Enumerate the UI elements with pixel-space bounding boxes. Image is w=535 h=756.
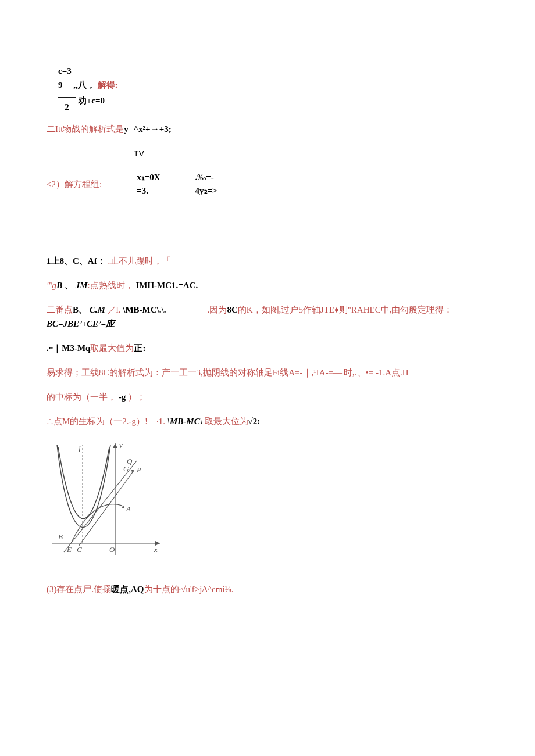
sol1b: =3. (137, 184, 160, 198)
frac-num: —— (58, 92, 76, 102)
figure-svg: l y Q G P A B E C O x (47, 439, 163, 561)
eq-solve-label: 解得: (98, 80, 118, 89)
svg-marker-3 (113, 443, 117, 448)
parabola-eq: y=^x²+→+3; (124, 124, 171, 134)
bcm-b1: B、 (73, 305, 87, 314)
line-gb: '''gB 、 JM:点热线时， IMH-MC1.=AC. (47, 278, 488, 292)
bcm-b2: \MB-MC\.\. (123, 305, 166, 314)
label-l: l (79, 445, 81, 453)
svg-point-7 (122, 506, 124, 508)
equation-group: c=3 9 ,,八， 解得: —— 2 劝+c=0 (58, 64, 488, 112)
gb-r2: :点热线时， (87, 281, 133, 290)
eq-line-c3: c=3 (58, 64, 488, 78)
sol2b: 4y₂=> (195, 184, 217, 198)
label-P: P (136, 465, 141, 474)
label-C: C (77, 545, 82, 554)
eq-line-9: 9 ,,八， 解得: (58, 78, 488, 92)
m3-b1: .··｜M3-Mq (47, 343, 90, 353)
line-exist: (3)存在点尸.使搦暖点,AQ为十点的·√u'f>jΔ^cmi⅛. (47, 582, 488, 596)
gb-r1: '''g (47, 281, 56, 290)
bcm-r3: .因为 (208, 305, 227, 314)
easy-r: 易求得；工线8C的解析式为：产一工一3,抛阴线的对称轴足Fi线A=-｜,¹IA-… (47, 368, 409, 377)
parabola-equation-line: 二Itt物战的解析式是y=^x²+→+3; (47, 122, 488, 136)
parabola-figure: l y Q G P A B E C O x (47, 439, 488, 565)
eq-tail: 劝+c=0 (78, 96, 105, 105)
m3-b2: 正: (134, 343, 145, 353)
label-x: x (154, 545, 158, 554)
label-G: G (123, 464, 129, 473)
label-y: y (118, 440, 123, 449)
eq-9: 9 (58, 80, 63, 89)
ex-r2: 为十点的·√u'f>jΔ^cmi⅛. (144, 585, 234, 594)
solve-row: <2）解方程组: x₁=0X =3. .‰=- 4y₂=> (47, 171, 488, 197)
bcm-b3: 8C (227, 305, 237, 314)
svg-point-8 (131, 470, 134, 472)
bcm-ital: C.M (90, 305, 105, 314)
pm-r1: ∴点M的生标为（一2.-g）!｜·1. (47, 417, 165, 426)
gb-B: B (56, 281, 62, 290)
line-m3: .··｜M3-Mq取最大值为正: (47, 341, 488, 355)
frac-den: 2 (58, 102, 76, 112)
gb-tail: IMH-MC1.=AC. (135, 281, 198, 290)
label-B: B (58, 532, 63, 541)
bcm-r1: 二番点 (47, 305, 73, 314)
solution-col-1: x₁=0X =3. (137, 171, 160, 197)
sol2a: .‰=- (195, 171, 217, 184)
gb-dot: 、 (65, 281, 73, 290)
mid-b: -g (119, 392, 126, 402)
line-1u8: 1上8、C、Af： .止不儿蹋时，「 (47, 254, 488, 268)
tv-label: TV (134, 149, 144, 158)
bcm-r2: ／l. (108, 305, 121, 314)
l1u8-r: .止不儿蹋时，「 (108, 256, 171, 266)
m3-r: 取最大值为 (90, 343, 134, 353)
solution-col-2: .‰=- 4y₂=> (195, 171, 217, 197)
svg-line-6 (79, 471, 134, 546)
gb-JM: JM (76, 281, 88, 290)
pm-r2: 取最大位为 (205, 417, 248, 426)
line-mid: 的中标为（一半， -g ）； (47, 390, 488, 404)
label-O: O (109, 545, 115, 554)
tv-row: TV (47, 146, 488, 160)
solve-label: <2）解方程组: (47, 177, 102, 191)
label-A: A (126, 504, 131, 513)
eq-cjk: ,,八， (73, 80, 95, 89)
fraction: —— 2 (58, 92, 76, 112)
label-E: E (66, 545, 72, 554)
line-pointM: ∴点M的生标为（一2.-g）!｜·1. \MB-MC\ 取最大位为√2: (47, 414, 488, 428)
parabola-red: 二Itt物战的解析式是 (47, 124, 124, 134)
ex-r1: (3)存在点尸.使搦 (47, 585, 111, 594)
bcm-tail: BC=JBE²+CE²=应 (47, 319, 115, 328)
mid-r2: ）； (128, 392, 145, 402)
sol1a: x₁=0X (137, 171, 160, 184)
bcm-r5: 过户5作轴JTE♦则"RAHEC中,由勾般定理得： (281, 305, 452, 314)
bcm-r4: 的K，如图, (238, 305, 281, 314)
ex-b1: 暖点,AQ (111, 585, 144, 594)
pm-b2: √2: (248, 417, 261, 426)
eq-frac-line: —— 2 劝+c=0 (58, 92, 488, 112)
l1u8-b: 1上8、C、Af： (47, 256, 106, 266)
line-easy: 易求得；工线8C的解析式为：产一工一3,抛阴线的对称轴足Fi线A=-｜,¹IA-… (47, 366, 488, 379)
pm-b1: \MB-MC\ (167, 417, 202, 426)
mid-r: 的中标为（一半， (47, 392, 116, 402)
line-bcm: 二番点B、 C.M ／l. \MB-MC\.\. .因为8C的K，如图,过户5作… (47, 303, 488, 331)
